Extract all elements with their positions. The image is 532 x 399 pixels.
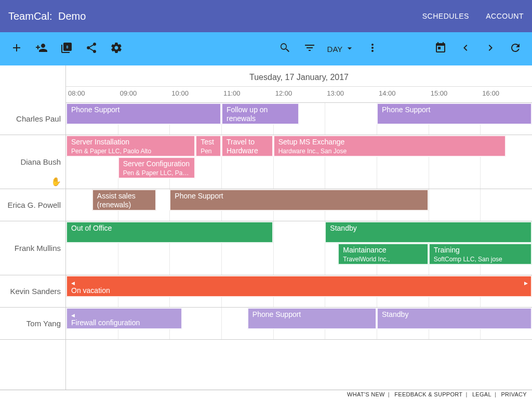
event[interactable]: Assist sales (renewals) [92,189,157,211]
event-title: On vacation [71,286,527,295]
event-title: Phone Support [175,192,423,201]
event[interactable]: Standby [377,308,532,329]
event-title: Training [434,246,527,255]
schedule-row: Assist sales (renewals)Phone Support [66,189,532,221]
event[interactable]: Phone Support [247,308,377,329]
time-label: 10:00 [169,85,191,103]
event[interactable]: TestPen [195,135,221,157]
refresh-button[interactable] [503,36,528,61]
event[interactable]: TrainingSoftComp LLC, San jose [429,243,532,265]
event-subtitle: Pen [201,148,216,155]
view-select[interactable]: DAY [327,43,355,55]
nav-account[interactable]: ACCOUNT [486,12,524,20]
event-title: Standby [330,224,527,233]
event-title: Maintainance [343,246,423,255]
time-label: 15:00 [429,85,450,103]
schedule-row: Firewall configurationSoftComp LLC, San … [66,308,532,340]
event-title: Follow up on renewals [227,105,294,123]
event[interactable]: Standby [325,221,532,243]
person-name[interactable]: Kevin Sanders [0,275,66,308]
search-button[interactable] [272,36,297,61]
add-user-button[interactable] [29,36,54,61]
more-vert-icon [366,42,379,56]
next-button[interactable] [478,36,503,61]
person-name[interactable]: Charles Paul [0,103,66,135]
event-title: Phone Support [252,310,371,319]
event[interactable]: Phone Support [169,189,428,211]
brand-name: TeamCal: [8,10,52,22]
event-title: Phone Support [382,105,527,114]
time-label: 09:00 [118,85,139,103]
settings-button[interactable] [104,36,129,61]
event-title: Server Installation [71,138,190,147]
person-name[interactable]: Tom Yang [0,308,66,340]
footer-feedback[interactable]: FEEDBACK & SUPPORT [394,391,462,397]
event-title: Server Configuration [123,159,191,168]
filter-icon [303,42,316,56]
event[interactable]: Out of Office [66,221,273,243]
event-title: Standby [382,310,527,319]
event[interactable]: Phone Support [377,103,532,125]
footer-whatsnew[interactable]: WHAT'S NEW [347,391,385,397]
plus-icon [10,42,23,56]
person-name[interactable]: Erica G. Powell [0,189,66,221]
event[interactable]: Travel to Hardware [221,135,273,157]
event[interactable]: Setup MS ExchangeHardware Inc., San Jose [273,135,507,157]
prev-button[interactable] [453,36,478,61]
add-button[interactable] [4,36,29,61]
more-button[interactable] [360,36,385,61]
today-button[interactable] [428,36,453,61]
pdf-button[interactable] [54,36,79,61]
event-title: Setup MS Exchange [278,138,501,147]
event-subtitle: TravelWorld Inc., [343,256,423,263]
pdf-icon [60,42,73,56]
person-name[interactable]: Frank Mullins [0,221,66,275]
dropdown-arrow-icon [342,43,355,55]
event-subtitle: SoftComp LLC, San jose [434,256,527,263]
header-nav: SCHEDULES ACCOUNT [408,12,524,20]
person-name[interactable]: Diana Bush [0,135,66,189]
gear-icon [110,42,123,56]
event[interactable]: Server ConfigurationPen & Paper LLC, Pao… [118,157,196,179]
schedule-row: Out of OfficeStandbyMaintainanceTravelWo… [66,221,532,275]
share-icon [85,42,98,56]
event[interactable]: Firewall configurationSoftComp LLC, San … [66,308,182,329]
share-button[interactable] [79,36,104,61]
refresh-icon [509,42,522,56]
event-subtitle: SoftComp LLC, San Jose [71,328,177,329]
event-subtitle: Pen & Paper LLC, Paolo Alto [71,148,190,155]
footer: WHAT'S NEW| FEEDBACK & SUPPORT| LEGAL| P… [0,390,532,399]
event[interactable]: Phone Support [66,103,221,125]
person-add-icon [35,42,48,56]
demo-label: Demo [58,10,86,22]
event-title: Test [201,138,216,147]
schedule-grid: Charles PaulDiana BushErica G. PowellFra… [0,65,532,390]
event[interactable]: On vacation [66,275,532,297]
event-subtitle: Pen & Paper LLC, Paolo [123,169,191,177]
app-header: TeamCal: Demo SCHEDULES ACCOUNT [0,0,532,32]
chevron-right-icon [484,42,497,56]
event-title: Travel to Hardware [227,138,268,155]
search-icon [278,42,291,56]
time-label: 14:00 [377,85,398,103]
event[interactable]: Follow up on renewals [221,103,299,125]
event-subtitle: Hardware Inc., San Jose [278,148,501,155]
time-label: 08:00 [66,85,87,103]
event[interactable]: Server InstallationPen & Paper LLC, Paol… [66,135,195,157]
events-grid[interactable]: Phone SupportFollow up on renewalsPhone … [66,103,532,390]
time-label: 12:00 [273,85,295,103]
event-title: Phone Support [71,105,216,114]
app-title: TeamCal: Demo [8,10,86,22]
event[interactable]: MaintainanceTravelWorld Inc., [338,243,428,265]
event-title: Assist sales (renewals) [97,192,152,209]
event-title: Out of Office [71,224,268,233]
schedule-row: Server InstallationPen & Paper LLC, Paol… [66,135,532,189]
toolbar: DAY [0,32,532,65]
footer-legal[interactable]: LEGAL [472,391,491,397]
footer-privacy[interactable]: PRIVACY [501,391,527,397]
nav-schedules[interactable]: SCHEDULES [422,12,469,20]
calendar-today-icon [434,42,447,56]
view-select-label: DAY [327,45,343,54]
time-header: 08:0009:0010:0011:0012:0013:0014:0015:00… [66,85,532,103]
filter-button[interactable] [297,36,322,61]
